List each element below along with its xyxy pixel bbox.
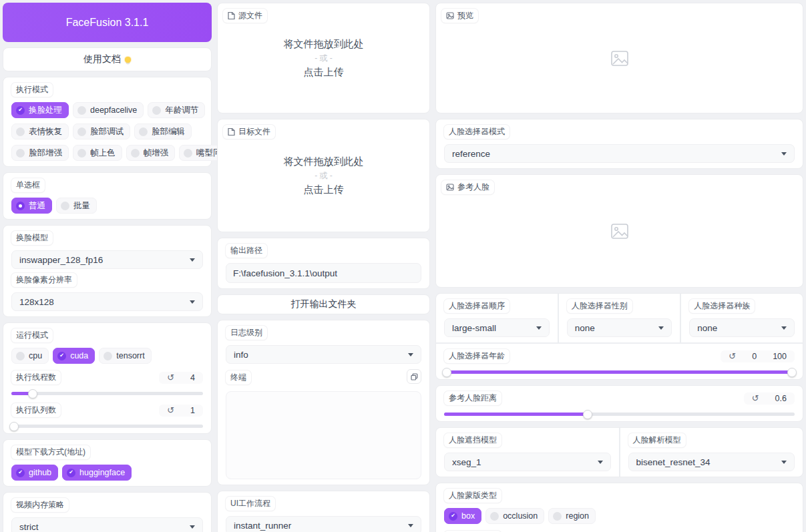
chevron-down-icon bbox=[190, 300, 195, 304]
checkbox-deepfacelive[interactable]: deepfacelive bbox=[73, 102, 144, 118]
checkbox-huggingface[interactable]: ✔ huggingface bbox=[62, 465, 132, 481]
reference-face-label: 参考人脸 bbox=[441, 180, 494, 194]
checkbox-face-enhancer[interactable]: 脸部增强 bbox=[11, 145, 69, 161]
chevron-down-icon bbox=[598, 461, 603, 464]
copy-button[interactable] bbox=[407, 369, 421, 384]
slider-handle[interactable] bbox=[9, 422, 19, 431]
middle-column: 源文件 将文件拖放到此处 - 或 - 点击上传 目标文件 将文件拖放到此处 - … bbox=[217, 3, 430, 532]
resolution-dropdown[interactable]: 128x128 bbox=[11, 292, 203, 311]
source-file-dropzone[interactable]: 源文件 将文件拖放到此处 - 或 - 点击上传 bbox=[217, 3, 430, 113]
reset-icon[interactable]: ↺ bbox=[167, 373, 174, 382]
slider-handle[interactable] bbox=[583, 410, 592, 419]
log-level-label: 日志级别 bbox=[226, 326, 267, 340]
threads-label: 执行线程数 bbox=[11, 370, 61, 384]
checkbox-face-debugger[interactable]: 脸部调试 bbox=[73, 123, 130, 140]
chevron-down-icon bbox=[781, 461, 787, 464]
checkbox-tensorrt[interactable]: tensorrt bbox=[99, 348, 151, 364]
click-upload[interactable]: 点击上传 bbox=[304, 184, 344, 196]
output-path-section: 输出路径 bbox=[217, 238, 430, 289]
check-icon: ✔ bbox=[67, 469, 75, 477]
checkbox-face-swapper[interactable]: ✔ 换脸处理 bbox=[11, 102, 69, 118]
terminal-output[interactable] bbox=[226, 391, 421, 479]
chevron-down-icon bbox=[190, 525, 195, 529]
circle-icon bbox=[184, 149, 192, 158]
parser-model-dropdown[interactable]: bisenet_resnet_34 bbox=[628, 453, 795, 471]
age-min-value[interactable]: 0 bbox=[752, 352, 757, 361]
checkbox-cuda[interactable]: ✔ cuda bbox=[53, 348, 95, 364]
face-selector-gender-dropdown[interactable]: none bbox=[567, 318, 672, 337]
image-icon bbox=[446, 12, 454, 19]
reference-distance-value-box: ↺ 0.6 bbox=[744, 392, 795, 405]
face-selector-age-label: 人脸选择器年龄 bbox=[444, 349, 510, 363]
circle-icon bbox=[553, 512, 562, 521]
checkbox-expression-restorer[interactable]: 表情恢复 bbox=[11, 123, 69, 140]
occluder-model-dropdown[interactable]: xseg_1 bbox=[444, 453, 611, 471]
lightbulb-icon bbox=[125, 57, 131, 63]
threads-slider[interactable] bbox=[11, 392, 203, 395]
face-selector-order-dropdown[interactable]: large-small bbox=[444, 318, 550, 337]
checkbox-occlusion[interactable]: occlusion bbox=[485, 508, 544, 524]
check-icon: ✔ bbox=[16, 469, 25, 477]
target-file-dropzone[interactable]: 目标文件 将文件拖放到此处 - 或 - 点击上传 bbox=[217, 119, 430, 232]
circle-icon bbox=[490, 512, 499, 521]
output-path-label: 输出路径 bbox=[226, 244, 267, 258]
check-icon: ✔ bbox=[449, 512, 457, 521]
reset-icon[interactable]: ↺ bbox=[167, 406, 174, 415]
target-file-label: 目标文件 bbox=[223, 125, 275, 139]
image-icon bbox=[446, 184, 454, 191]
click-upload[interactable]: 点击上传 bbox=[304, 66, 344, 79]
or-text: - 或 - bbox=[315, 170, 333, 182]
circle-icon bbox=[16, 352, 25, 360]
queue-slider[interactable] bbox=[11, 425, 203, 428]
checkbox-face-editor[interactable]: 脸部编辑 bbox=[134, 123, 192, 140]
radio-selected-icon bbox=[16, 202, 25, 210]
vram-dropdown[interactable]: strict bbox=[11, 517, 203, 532]
memory-section: 视频内存策略 strict 系统内存限制 ↺ 0 bbox=[3, 492, 212, 532]
reset-icon[interactable]: ↺ bbox=[752, 394, 759, 403]
reference-distance-value[interactable]: 0.6 bbox=[775, 394, 787, 403]
radio-batch[interactable]: 批量 bbox=[56, 198, 97, 214]
ui-workflow-dropdown[interactable]: instant_runner bbox=[226, 516, 421, 532]
queue-label: 执行队列数 bbox=[11, 403, 61, 417]
open-output-folder-button[interactable]: 打开输出文件夹 bbox=[217, 294, 430, 314]
threads-value[interactable]: 4 bbox=[190, 373, 195, 382]
checkbox-age-modifier[interactable]: 年龄调节 bbox=[148, 102, 205, 118]
chevron-down-icon bbox=[190, 258, 195, 262]
radio-normal[interactable]: 普通 bbox=[11, 198, 52, 214]
face-mask-models-group: 人脸遮挡模型 xseg_1 人脸解析模型 bisenet_resnet_34 bbox=[435, 427, 803, 477]
checkbox-github[interactable]: ✔ github bbox=[11, 465, 58, 481]
processors-row-3: 脸部增强 帧上色 帧增强 嘴型同步 bbox=[11, 145, 203, 161]
file-icon bbox=[228, 11, 235, 20]
face-mask-section: 人脸蒙版类型 ✔ box occlusion region 人脸蒙版模糊 bbox=[435, 483, 803, 532]
checkbox-region[interactable]: region bbox=[548, 508, 596, 524]
face-selector-gender-label: 人脸选择器性别 bbox=[567, 299, 632, 313]
checkbox-frame-enhancer[interactable]: 帧增强 bbox=[126, 145, 176, 161]
face-selector-mode-dropdown[interactable]: reference bbox=[444, 144, 795, 163]
log-level-dropdown[interactable]: info bbox=[226, 345, 421, 364]
face-selector-race-dropdown[interactable]: none bbox=[689, 318, 795, 337]
slider-handle-min[interactable] bbox=[442, 368, 451, 377]
check-icon: ✔ bbox=[16, 106, 25, 115]
download-label: 模型下载方式(地址) bbox=[11, 445, 90, 459]
checkbox-cpu[interactable]: cpu bbox=[11, 348, 49, 364]
file-icon bbox=[228, 127, 235, 136]
parser-model-label: 人脸解析模型 bbox=[628, 433, 686, 447]
slider-handle-max[interactable] bbox=[787, 368, 797, 377]
queue-value[interactable]: 1 bbox=[190, 406, 195, 415]
doc-link-button[interactable]: 使用文档 bbox=[3, 47, 212, 71]
age-max-value[interactable]: 100 bbox=[773, 352, 787, 361]
age-range-slider[interactable] bbox=[444, 370, 795, 374]
reset-icon[interactable]: ↺ bbox=[729, 352, 736, 360]
face-selector-gender-section: 人脸选择器性别 none bbox=[559, 294, 680, 342]
checkbox-box[interactable]: ✔ box bbox=[444, 508, 481, 524]
drop-hint: 将文件拖放到此处 bbox=[284, 156, 364, 168]
reference-distance-slider[interactable] bbox=[444, 413, 795, 416]
slider-handle[interactable] bbox=[28, 389, 37, 398]
swap-model-dropdown[interactable]: inswapper_128_fp16 bbox=[11, 250, 203, 269]
resolution-label: 换脸像素分辨率 bbox=[11, 273, 77, 287]
checkbox-frame-colorizer[interactable]: 帧上色 bbox=[73, 145, 122, 161]
face-selector-order-section: 人脸选择器顺序 large-small bbox=[436, 294, 558, 342]
mask-types-group: ✔ box occlusion region bbox=[444, 508, 795, 524]
circle-icon bbox=[77, 127, 86, 136]
output-path-input[interactable] bbox=[226, 263, 421, 283]
